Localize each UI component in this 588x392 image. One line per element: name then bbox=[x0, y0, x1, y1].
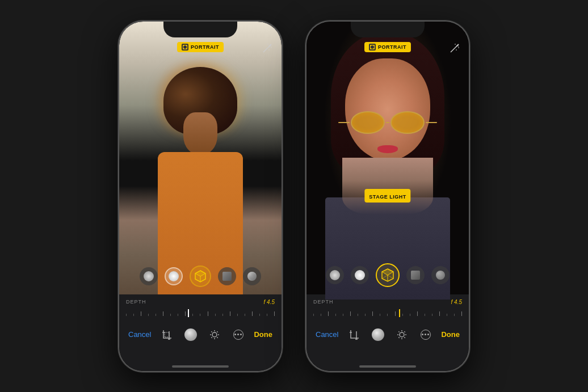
svg-line-16 bbox=[217, 337, 217, 338]
natural-light-icon-right[interactable] bbox=[326, 266, 344, 284]
tick bbox=[192, 314, 193, 316]
more-icon-right[interactable] bbox=[418, 327, 434, 343]
done-button-left[interactable]: Done bbox=[254, 330, 272, 339]
crop-icon-right[interactable] bbox=[346, 327, 362, 343]
svg-line-18 bbox=[211, 337, 212, 338]
svg-line-15 bbox=[211, 331, 212, 332]
cancel-button-right[interactable]: Cancel bbox=[316, 330, 338, 339]
wand-icon-left[interactable] bbox=[262, 43, 272, 56]
tick bbox=[274, 311, 275, 316]
phone-left-notch bbox=[163, 22, 237, 37]
tick bbox=[185, 311, 186, 316]
svg-line-37 bbox=[404, 331, 405, 332]
tick bbox=[133, 314, 134, 316]
tick bbox=[410, 314, 410, 316]
tick bbox=[321, 314, 321, 316]
svg-rect-9 bbox=[165, 332, 169, 337]
tick bbox=[454, 314, 455, 316]
portrait-label-right: PORTRAIT bbox=[378, 44, 406, 50]
slider-ticks-left bbox=[126, 310, 275, 316]
tick bbox=[230, 311, 230, 316]
tick bbox=[343, 314, 343, 316]
aperture-left: f 4.5 bbox=[264, 299, 275, 305]
tick bbox=[156, 314, 156, 316]
svg-line-0 bbox=[263, 47, 269, 52]
stage-light-mono-icon[interactable] bbox=[218, 267, 236, 285]
sunglasses bbox=[338, 111, 437, 134]
more-icon-left[interactable] bbox=[230, 327, 246, 343]
adjustments-icon-right[interactable] bbox=[370, 327, 386, 343]
dots-left bbox=[233, 332, 244, 337]
phone-left-screen: PORTRAIT bbox=[119, 22, 282, 371]
slider-right[interactable] bbox=[313, 307, 462, 319]
stage-light-icon-left[interactable] bbox=[190, 265, 211, 287]
slider-left[interactable] bbox=[126, 307, 275, 319]
contour-light-icon-right[interactable] bbox=[431, 266, 450, 284]
tick bbox=[222, 314, 223, 316]
sun-icon-left[interactable] bbox=[207, 327, 222, 343]
toolbar-left: Cancel bbox=[126, 324, 275, 345]
adjustments-icon-left[interactable] bbox=[183, 327, 199, 343]
svg-line-17 bbox=[217, 331, 217, 332]
tick bbox=[267, 314, 267, 316]
tick bbox=[447, 314, 447, 316]
tick bbox=[259, 314, 260, 316]
stage-light-mono-icon-right[interactable] bbox=[406, 266, 425, 284]
tick bbox=[170, 314, 171, 316]
portrait-badge-left[interactable]: PORTRAIT bbox=[177, 42, 224, 52]
wand-icon-right[interactable] bbox=[450, 43, 460, 56]
svg-line-36 bbox=[404, 337, 405, 338]
slider-indicator-right bbox=[399, 309, 400, 317]
indicator-line-left bbox=[188, 309, 189, 317]
tick bbox=[328, 311, 329, 316]
lighting-icons-left bbox=[140, 265, 261, 287]
stage-light-label: STAGE LIGHT bbox=[369, 194, 406, 200]
tick bbox=[178, 314, 178, 316]
portrait-icon-left bbox=[182, 44, 188, 50]
tick bbox=[335, 314, 336, 316]
contour-light-icon[interactable] bbox=[243, 267, 261, 285]
depth-row-left: DEPTH f 4.5 bbox=[126, 299, 275, 305]
tick bbox=[387, 314, 388, 316]
face-left bbox=[183, 112, 217, 155]
bottom-controls-left: DEPTH f 4.5 bbox=[119, 294, 282, 371]
home-bar-right bbox=[359, 365, 416, 368]
studio-light-icon-right[interactable] bbox=[351, 266, 369, 284]
svg-point-10 bbox=[212, 332, 217, 337]
stage-light-icon-right[interactable] bbox=[376, 263, 400, 287]
portrait-badge-right[interactable]: PORTRAIT bbox=[364, 42, 411, 52]
studio-light-icon[interactable] bbox=[165, 267, 183, 285]
tick bbox=[200, 314, 200, 316]
dot bbox=[240, 334, 242, 335]
svg-line-35 bbox=[398, 331, 399, 332]
tick bbox=[163, 311, 163, 316]
svg-line-19 bbox=[451, 47, 456, 52]
bottom-controls-right: DEPTH f 4.5 bbox=[306, 294, 469, 371]
phone-left: PORTRAIT bbox=[118, 20, 283, 372]
tick bbox=[439, 311, 440, 316]
svg-point-30 bbox=[400, 332, 404, 337]
done-button-right[interactable]: Done bbox=[441, 330, 460, 339]
photo-right bbox=[306, 22, 469, 300]
tick bbox=[126, 314, 127, 316]
tick bbox=[313, 314, 314, 316]
tick bbox=[365, 314, 366, 316]
depth-label-right: DEPTH bbox=[313, 299, 334, 305]
cancel-button-left[interactable]: Cancel bbox=[128, 330, 151, 339]
crop-icon-left[interactable] bbox=[159, 327, 175, 343]
tick bbox=[148, 314, 149, 316]
tick bbox=[372, 311, 373, 316]
stage-light-badge: STAGE LIGHT bbox=[364, 189, 410, 203]
toolbar-right: Cancel bbox=[313, 324, 462, 345]
svg-line-21 bbox=[457, 45, 459, 47]
tick bbox=[215, 314, 216, 316]
sun-icon-right[interactable] bbox=[394, 327, 410, 343]
tick bbox=[252, 311, 253, 316]
photo-left bbox=[119, 22, 282, 300]
tick bbox=[432, 314, 432, 316]
tick bbox=[141, 311, 141, 316]
tick bbox=[395, 311, 396, 316]
phone-right-notch bbox=[351, 22, 425, 37]
tick bbox=[237, 314, 238, 316]
natural-light-icon[interactable] bbox=[140, 267, 158, 285]
